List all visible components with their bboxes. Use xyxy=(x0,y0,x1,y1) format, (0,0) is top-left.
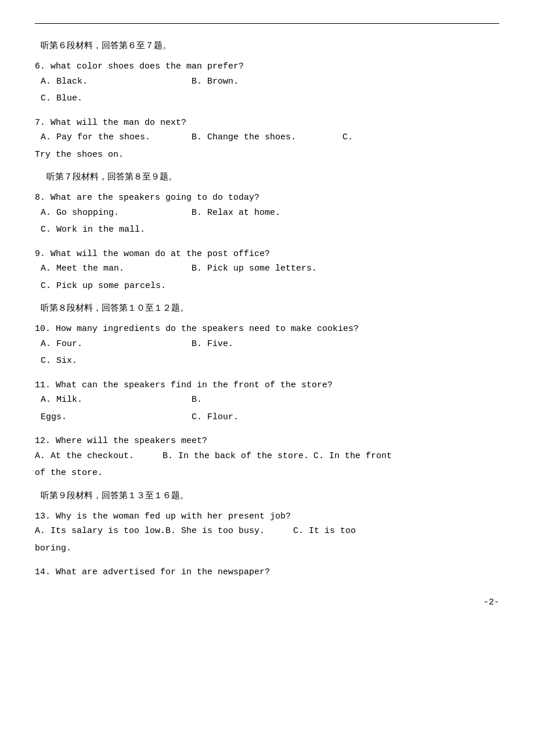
page-number: -2- xyxy=(35,597,499,607)
q7-option-b: B. Change the shoes. xyxy=(192,130,342,145)
q8-option-c: C. Work in the mall. xyxy=(41,222,145,237)
question-6-options-row1: A. Black. B. Brown. xyxy=(35,74,499,89)
section-6-header: 听第６段材料，回答第６至７题。 xyxy=(35,40,499,51)
question-9-text: 9. What will the woman do at the post of… xyxy=(35,247,499,262)
question-13-options-row1: A. Its salary is too low. B. She is too … xyxy=(35,524,499,539)
q6-option-c: C. Blue. xyxy=(41,91,82,106)
question-13-text: 13. Why is the woman fed up with her pre… xyxy=(35,509,499,524)
q10-option-c: C. Six. xyxy=(41,354,77,369)
top-divider xyxy=(35,23,499,24)
q13-option-c: C. It is too xyxy=(293,524,356,539)
q9-option-c: C. Pick up some parcels. xyxy=(41,279,166,294)
q12-option-c: C. In the front xyxy=(313,449,392,464)
q11-eggs: Eggs. xyxy=(41,410,192,425)
question-11-options-row1: A. Milk. B. xyxy=(35,393,499,408)
question-9-options-row1: A. Meet the man. B. Pick up some letters… xyxy=(35,261,499,276)
section-7-header: 听第７段材料，回答第８至９题。 xyxy=(35,171,499,182)
q8-option-a: A. Go shopping. xyxy=(41,206,192,221)
question-8-options-row1: A. Go shopping. B. Relax at home. xyxy=(35,206,499,221)
section-9-header: 听第９段材料，回答第１３至１６题。 xyxy=(35,490,499,501)
question-13: 13. Why is the woman fed up with her pre… xyxy=(35,509,499,556)
question-12: 12. Where will the speakers meet? A. At … xyxy=(35,434,499,481)
question-9: 9. What will the woman do at the post of… xyxy=(35,247,499,294)
q13-option-b: B. She is too busy. xyxy=(165,524,293,539)
q8-option-b: B. Relax at home. xyxy=(192,206,280,221)
question-10-text: 10. How many ingredients do the speakers… xyxy=(35,322,499,337)
question-7-continuation: Try the shoes on. xyxy=(35,147,499,163)
question-10-options-row2: C. Six. xyxy=(35,354,499,369)
q9-option-b: B. Pick up some letters. xyxy=(192,261,317,276)
q11-option-c: C. Flour. xyxy=(192,410,239,425)
question-7: 7. What will the man do next? A. Pay for… xyxy=(35,116,499,163)
question-8: 8. What are the speakers going to do tod… xyxy=(35,190,499,237)
question-14: 14. What are advertised for in the newsp… xyxy=(35,565,499,580)
question-10: 10. How many ingredients do the speakers… xyxy=(35,322,499,369)
question-6: 6. what color shoes does the man prefer?… xyxy=(35,59,499,106)
question-13-continuation: boring. xyxy=(35,541,499,556)
question-7-text: 7. What will the man do next? xyxy=(35,116,499,131)
q7-option-a: A. Pay for the shoes. xyxy=(41,130,192,145)
question-10-options-row1: A. Four. B. Five. xyxy=(35,337,499,352)
q7-option-c: C. xyxy=(342,130,353,145)
q10-option-a: A. Four. xyxy=(41,337,192,352)
q12-option-b: B. In the back of the store. xyxy=(163,449,313,464)
question-11: 11. What can the speakers find in the fr… xyxy=(35,378,499,425)
question-7-options-row1: A. Pay for the shoes. B. Change the shoe… xyxy=(35,130,499,145)
question-9-options-row2: C. Pick up some parcels. xyxy=(35,279,499,294)
question-12-text: 12. Where will the speakers meet? xyxy=(35,434,499,449)
q6-option-b: B. Brown. xyxy=(192,74,239,89)
question-6-text: 6. what color shoes does the man prefer? xyxy=(35,59,499,74)
question-12-options-row1: A. At the checkout. B. In the back of th… xyxy=(35,449,499,464)
question-8-options-row2: C. Work in the mall. xyxy=(35,222,499,237)
question-14-text: 14. What are advertised for in the newsp… xyxy=(35,565,499,580)
q6-option-a: A. Black. xyxy=(41,74,192,89)
q11-option-b: B. xyxy=(192,393,202,408)
q12-option-a: A. At the checkout. xyxy=(35,449,163,464)
question-8-text: 8. What are the speakers going to do tod… xyxy=(35,190,499,206)
q13-option-a: A. Its salary is too low. xyxy=(35,524,165,539)
question-11-options-row2: Eggs. C. Flour. xyxy=(35,410,499,425)
question-11-text: 11. What can the speakers find in the fr… xyxy=(35,378,499,393)
q9-option-a: A. Meet the man. xyxy=(41,261,192,276)
question-12-continuation: of the store. xyxy=(35,466,499,481)
question-6-options-row2: C. Blue. xyxy=(35,91,499,106)
q11-option-a: A. Milk. xyxy=(41,393,192,408)
section-8-header: 听第８段材料，回答第１０至１２题。 xyxy=(35,303,499,314)
q10-option-b: B. Five. xyxy=(192,337,233,352)
